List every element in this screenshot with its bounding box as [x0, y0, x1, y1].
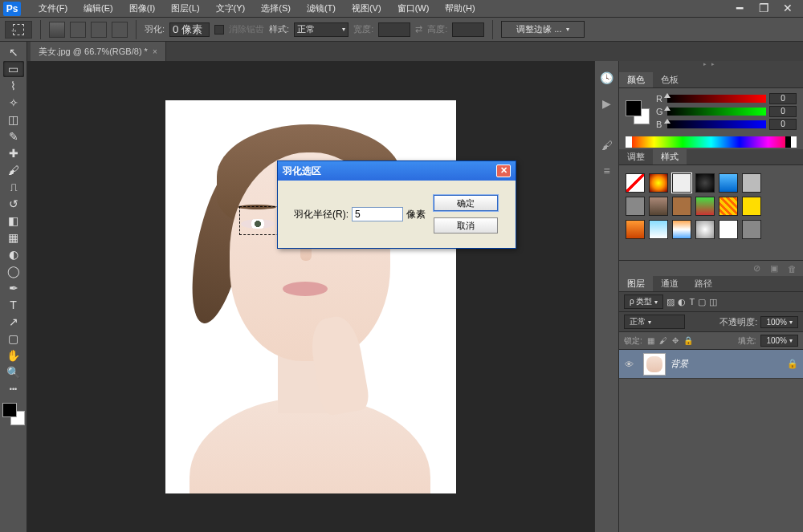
selection-intersect-icon[interactable]	[112, 22, 128, 38]
b-slider[interactable]	[667, 120, 766, 128]
style-swatch-12[interactable]	[742, 197, 761, 216]
clear-style-icon[interactable]: ⊘	[753, 263, 760, 274]
style-swatch-5[interactable]	[742, 173, 761, 193]
tab-swatches[interactable]: 色板	[653, 72, 687, 87]
canvas-area[interactable]	[27, 61, 594, 532]
opacity-input[interactable]: 100%	[760, 316, 798, 328]
brushes-panel-icon[interactable]: 🖌	[598, 136, 616, 154]
menu-filter[interactable]: 滤镜(T)	[299, 1, 344, 16]
menu-select[interactable]: 选择(S)	[253, 1, 299, 16]
menu-file[interactable]: 文件(F)	[31, 1, 75, 16]
close-button[interactable]: ✕	[776, 2, 800, 15]
selection-subtract-icon[interactable]	[91, 22, 107, 38]
swap-wh-icon[interactable]: ⇄	[415, 24, 422, 35]
color-panel-header: 颜色 色板	[619, 72, 803, 88]
filter-type-icon[interactable]: T	[689, 297, 695, 307]
fill-label: 填充:	[738, 335, 756, 347]
style-swatch-9[interactable]	[672, 197, 691, 216]
selection-new-icon[interactable]	[49, 22, 65, 38]
actions-panel-icon[interactable]: ▶	[598, 95, 616, 112]
tab-styles[interactable]: 样式	[653, 149, 687, 164]
style-swatch-7[interactable]	[626, 197, 645, 216]
menu-bar: 文件(F) 编辑(E) 图像(I) 图层(L) 文字(Y) 选择(S) 滤镜(T…	[31, 1, 483, 16]
blend-mode-dropdown[interactable]: 正常	[624, 315, 685, 329]
r-label: R	[656, 94, 664, 104]
dialog-close-icon[interactable]: ✕	[496, 164, 511, 177]
style-swatch-14[interactable]	[626, 220, 645, 239]
style-swatch-19[interactable]	[742, 220, 761, 239]
brush-presets-panel-icon[interactable]: ≡	[598, 162, 616, 180]
feather-input[interactable]	[169, 22, 210, 37]
lock-image-icon[interactable]: 🖌	[659, 336, 667, 345]
filter-adjust-icon[interactable]: ◐	[678, 297, 686, 307]
style-swatch-4[interactable]	[719, 173, 738, 193]
collapsed-panel-strip: 🕓 ▶ 🖌 ≡	[594, 61, 618, 532]
b-label: B	[656, 120, 664, 129]
spectrum-bar[interactable]	[626, 136, 797, 148]
filter-pixel-icon[interactable]: ▨	[666, 297, 675, 307]
menu-type[interactable]: 文字(Y)	[208, 1, 254, 16]
radius-label: 羽化半径(R):	[294, 208, 349, 221]
antialias-checkbox[interactable]	[214, 25, 224, 35]
lock-pos-icon[interactable]: ✥	[672, 336, 679, 345]
lock-all-icon[interactable]: 🔒	[683, 336, 693, 345]
tab-layers[interactable]: 图层	[619, 276, 653, 291]
move-tool-icon[interactable]: ↖	[3, 44, 24, 60]
style-swatch-16[interactable]	[672, 220, 691, 239]
menu-edit[interactable]: 编辑(E)	[75, 1, 121, 16]
layer-row-background[interactable]: 👁 背景 🔒	[619, 350, 803, 379]
radius-input[interactable]	[352, 207, 403, 221]
color-swatch-panel[interactable]	[626, 100, 650, 124]
b-value[interactable]: 0	[769, 119, 797, 130]
canvas[interactable]	[165, 100, 456, 493]
cancel-button[interactable]: 取消	[434, 217, 498, 234]
style-swatch-18[interactable]	[719, 220, 738, 239]
menu-image[interactable]: 图像(I)	[121, 1, 163, 16]
menu-layer[interactable]: 图层(L)	[163, 1, 207, 16]
tab-adjustments[interactable]: 调整	[619, 149, 653, 164]
refine-edge-button[interactable]: 调整边缘 ...	[501, 21, 585, 38]
style-swatch-2[interactable]	[672, 173, 691, 193]
style-swatch-3[interactable]	[695, 173, 715, 193]
r-value[interactable]: 0	[769, 93, 797, 104]
style-dropdown[interactable]: 正常	[294, 22, 349, 37]
g-value[interactable]: 0	[769, 106, 797, 117]
style-swatch-0[interactable]	[626, 173, 645, 193]
document-tab[interactable]: 美女.jpg @ 66.7%(RGB/8) * ×	[31, 42, 166, 61]
style-swatch-11[interactable]	[719, 197, 738, 216]
filter-shape-icon[interactable]: ▢	[698, 297, 706, 307]
menu-view[interactable]: 视图(V)	[344, 1, 389, 16]
fill-input[interactable]: 100%	[760, 335, 798, 347]
style-swatch-15[interactable]	[649, 220, 668, 239]
style-swatch-8[interactable]	[649, 197, 668, 216]
selection-add-icon[interactable]	[70, 22, 86, 38]
panel-fg-color-icon[interactable]	[626, 100, 642, 116]
layer-thumbnail[interactable]	[643, 353, 666, 376]
panels-collapse-icon[interactable]: ▸▸	[619, 61, 803, 72]
menu-help[interactable]: 帮助(H)	[437, 1, 483, 16]
g-slider[interactable]	[667, 108, 766, 116]
maximize-button[interactable]: ❐	[752, 2, 776, 15]
dialog-titlebar[interactable]: 羽化选区 ✕	[278, 161, 516, 181]
ok-button[interactable]: 确定	[434, 195, 498, 211]
layer-name[interactable]: 背景	[671, 358, 787, 370]
style-swatch-1[interactable]	[649, 173, 668, 193]
new-style-icon[interactable]: ▣	[770, 263, 778, 274]
minimize-button[interactable]: ━	[728, 2, 752, 15]
layers-panel-header: 图层 通道 路径	[619, 276, 803, 292]
history-panel-icon[interactable]: 🕓	[598, 69, 616, 87]
layer-visibility-icon[interactable]: 👁	[619, 359, 638, 369]
tab-color[interactable]: 颜色	[619, 72, 653, 87]
lock-trans-icon[interactable]: ▦	[647, 336, 654, 345]
r-slider[interactable]	[667, 95, 766, 103]
tab-channels[interactable]: 通道	[653, 276, 687, 291]
menu-window[interactable]: 窗口(W)	[389, 1, 438, 16]
layer-filter-dropdown[interactable]: ρ 类型	[624, 294, 663, 309]
style-swatch-17[interactable]	[695, 220, 715, 239]
delete-style-icon[interactable]: 🗑	[788, 264, 797, 274]
styles-panel-footer: ⊘ ▣ 🗑	[619, 260, 803, 276]
style-swatch-10[interactable]	[695, 197, 715, 216]
tab-paths[interactable]: 路径	[687, 276, 720, 291]
tab-close-icon[interactable]: ×	[153, 47, 157, 56]
filter-smart-icon[interactable]: ◫	[709, 297, 717, 307]
